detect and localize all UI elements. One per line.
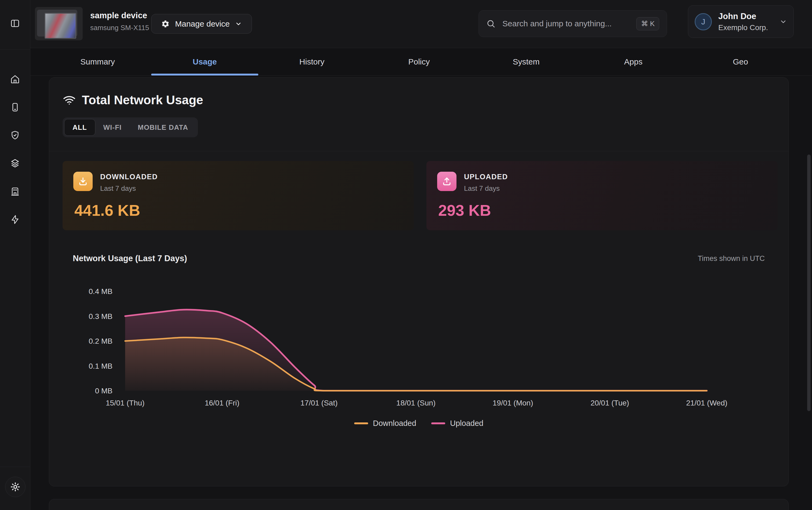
downloaded-label: DOWNLOADED (100, 173, 158, 181)
organization-icon[interactable] (5, 182, 25, 201)
layers-icon[interactable] (5, 154, 25, 173)
search-input[interactable]: Search and jump to anything... ⌘ K (479, 10, 667, 37)
search-shortcut-badge: ⌘ K (636, 17, 659, 30)
downloaded-period: Last 7 days (100, 184, 158, 193)
x-tick: 21/01 (Wed) (686, 399, 727, 407)
search-placeholder: Search and jump to anything... (502, 19, 629, 28)
downloaded-stat-card: DOWNLOADED Last 7 days 441.6 KB (63, 161, 414, 230)
device-model: samsung SM-X115 (90, 24, 149, 32)
scrollbar-thumb[interactable] (807, 154, 811, 411)
x-tick: 19/01 (Mon) (493, 399, 533, 407)
tab-geo[interactable]: Geo (687, 48, 794, 75)
filter-mobile-data[interactable]: MOBILE DATA (130, 119, 196, 136)
uploaded-stat-card: UPLOADED Last 7 days 293 KB (426, 161, 778, 230)
sun-icon (10, 482, 21, 492)
chart-title: Network Usage (Last 7 Days) (73, 254, 187, 263)
theme-toggle-button[interactable] (5, 477, 26, 497)
uploaded-period: Last 7 days (464, 184, 508, 193)
home-icon[interactable] (5, 69, 25, 89)
chart-legend: Downloaded Uploaded (49, 419, 788, 428)
page-tabs: Summary Usage History Policy System Apps… (30, 48, 812, 76)
legend-uploaded-label: Uploaded (450, 419, 483, 428)
uploaded-value: 293 KB (438, 201, 491, 219)
tab-summary[interactable]: Summary (44, 48, 151, 75)
y-tick: 0.2 MB (89, 337, 113, 345)
sidebar-bottom-divider (0, 467, 30, 467)
user-name: John Doe (718, 11, 773, 21)
tab-history[interactable]: History (258, 48, 365, 75)
legend-downloaded: Downloaded (354, 419, 416, 428)
chevron-down-icon (780, 18, 787, 26)
total-network-usage-card: Total Network Usage ALL WI-FI MOBILE DAT… (49, 77, 789, 486)
tab-usage[interactable]: Usage (151, 48, 258, 75)
timezone-note: Times shown in UTC (698, 254, 765, 263)
y-tick: 0 MB (95, 387, 113, 395)
x-tick: 15/01 (Thu) (106, 399, 145, 407)
downloaded-value: 441.6 KB (74, 201, 140, 219)
network-filter-tabs: ALL WI-FI MOBILE DATA (63, 117, 198, 137)
card-section-divider (49, 151, 788, 151)
avatar: J (695, 13, 712, 30)
manage-device-button[interactable]: Manage device (151, 14, 252, 34)
sidebar-toggle-icon[interactable] (5, 14, 25, 33)
wifi-icon (63, 93, 76, 107)
user-organization: Exemplo Corp. (718, 23, 773, 32)
legend-uploaded: Uploaded (431, 419, 483, 428)
device-thumbnail (35, 7, 83, 40)
x-tick: 17/01 (Sat) (300, 399, 338, 407)
downloaded-area (125, 338, 707, 391)
device-icon[interactable] (5, 97, 25, 117)
manage-device-label: Manage device (175, 19, 230, 28)
x-tick: 18/01 (Sun) (396, 399, 435, 407)
tab-system[interactable]: System (473, 48, 580, 75)
card-title: Total Network Usage (82, 93, 203, 107)
downloaded-swatch (354, 422, 368, 424)
y-tick: 0.4 MB (89, 287, 113, 295)
uploaded-swatch (431, 422, 445, 424)
x-tick: 20/01 (Tue) (591, 399, 629, 407)
filter-wifi[interactable]: WI-FI (95, 119, 130, 136)
next-section-card-peek (49, 499, 789, 510)
legend-downloaded-label: Downloaded (373, 419, 416, 428)
uploaded-label: UPLOADED (464, 173, 508, 181)
y-tick: 0.1 MB (89, 362, 113, 370)
topbar: sample device samsung SM-X115 Manage dev… (30, 0, 812, 48)
chevron-down-icon (235, 21, 242, 27)
device-name: sample device (90, 11, 149, 21)
gear-icon (161, 20, 170, 28)
sidebar (0, 0, 30, 510)
filter-all[interactable]: ALL (64, 119, 95, 136)
upload-icon (437, 172, 456, 191)
user-menu[interactable]: J John Doe Exemplo Corp. (688, 5, 794, 38)
download-icon (73, 172, 93, 191)
tab-policy[interactable]: Policy (365, 48, 473, 75)
network-usage-chart: 0 MB0.1 MB0.2 MB0.3 MB0.4 MB15/01 (Thu)1… (81, 280, 747, 414)
search-icon (486, 19, 495, 28)
y-tick: 0.3 MB (89, 312, 113, 320)
automation-bolt-icon[interactable] (5, 210, 25, 229)
x-tick: 16/01 (Fri) (205, 399, 239, 407)
security-shield-icon[interactable] (5, 125, 25, 145)
tab-apps[interactable]: Apps (580, 48, 687, 75)
